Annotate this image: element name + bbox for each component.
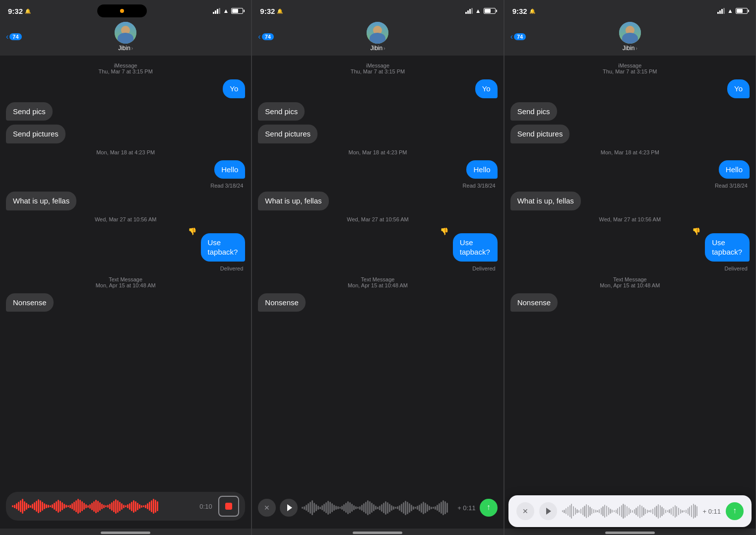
status-bar-2: 9:32 🔔 ▲: [252, 0, 503, 20]
cancel-button[interactable]: ✕: [258, 499, 276, 517]
avatar-3: [619, 22, 641, 44]
msg-sendpics-1: Send pics: [6, 102, 245, 121]
waveform-playback: [302, 499, 453, 517]
ts-mar27-1: Wed, Mar 27 at 10:56 AM: [6, 216, 245, 222]
di-dot-1: [120, 9, 124, 13]
bubble-sendpics-2: Send pics: [258, 102, 305, 121]
back-badge-1: 74: [9, 33, 21, 40]
msg-wassup-3: What is up, fellas: [510, 192, 750, 210]
play-triangle-icon: [287, 504, 292, 511]
waveform-recording: [12, 497, 195, 515]
status-icons-3: ▲: [717, 7, 748, 14]
bubble-hello-1: Hello: [214, 160, 245, 179]
bell-icon-2: 🔔: [277, 8, 283, 14]
delivered-2: Delivered: [258, 266, 495, 271]
bubble-nonsense-3: Nonsense: [510, 293, 558, 312]
bubble-sendpictures-2: Send pictures: [258, 125, 317, 143]
back-button-2[interactable]: ‹ 74: [258, 32, 274, 41]
card-send-arrow-icon: ↑: [733, 506, 737, 515]
bubble-nonsense-2: Nonsense: [258, 293, 306, 312]
panel-card: 9:32 🔔 ▲ ‹ 74: [504, 0, 756, 535]
ts-mar18-1: Mon, Mar 18 at 4:23 PM: [6, 149, 245, 155]
status-time-2: 9:32 🔔: [260, 7, 283, 15]
ts-mar27-2: Wed, Mar 27 at 10:56 AM: [258, 216, 497, 222]
bell-icon-3: 🔔: [529, 8, 535, 14]
wifi-icon-2: ▲: [475, 7, 481, 14]
back-button-3[interactable]: ‹ 74: [510, 32, 526, 41]
playback-duration: + 0:11: [457, 504, 476, 512]
bubble-tapback-1: Use tapback?: [201, 233, 246, 262]
msg-yo-3: Yo: [510, 79, 750, 98]
contact-info-3[interactable]: Jibin ›: [619, 22, 641, 52]
recording-duration: 0:10: [199, 503, 214, 510]
send-arrow-icon-2: ↑: [487, 503, 491, 512]
msg-tapback-1: 👎 Use tapback?: [6, 227, 245, 262]
msg-yo-1: Yo: [6, 79, 245, 98]
dynamic-island-1: [97, 4, 147, 17]
bubble-yo-1: Yo: [223, 79, 245, 98]
send-button-2[interactable]: ↑: [480, 499, 498, 517]
msg-hello-1: Hello: [6, 160, 245, 179]
recording-bar: 0:10: [6, 492, 245, 521]
bubble-sendpictures-1: Send pictures: [6, 125, 65, 143]
msg-wassup-2: What is up, fellas: [258, 192, 497, 210]
bubble-hello-2: Hello: [466, 160, 497, 179]
play-button[interactable]: [280, 499, 298, 517]
ts-imessage-1: iMessage Thu, Mar 7 at 3:15 PM: [6, 63, 245, 74]
card-send-button[interactable]: ↑: [726, 502, 744, 520]
msg-sendpictures-2: Send pictures: [258, 125, 497, 143]
home-indicator-3: [605, 532, 655, 534]
nav-bar-1: ‹ 74 Jibin ›: [0, 20, 251, 56]
bubble-yo-2: Yo: [475, 79, 498, 98]
contact-info-1[interactable]: Jibin ›: [115, 22, 136, 52]
bubble-sendpics-1: Send pics: [6, 102, 53, 121]
read-receipt-3: Read 3/18/24: [510, 183, 748, 189]
playback-bar: ✕ + 0:11 ↑: [258, 495, 497, 521]
chat-area-1: iMessage Thu, Mar 7 at 3:15 PM Yo Send p…: [0, 56, 251, 488]
msg-tapback-3: 👎 Use tapback?: [510, 227, 750, 262]
delivered-3: Delivered: [510, 266, 748, 271]
ts-textmsg-3: Text Message Mon, Apr 15 at 10:48 AM: [510, 276, 750, 288]
card-cancel-button[interactable]: ✕: [516, 502, 534, 520]
bell-icon-1: 🔔: [25, 8, 31, 14]
msg-wassup-1: What is up, fellas: [6, 192, 245, 210]
wifi-icon-1: ▲: [223, 7, 229, 14]
battery-3: [736, 8, 748, 14]
status-bar-3: 9:32 🔔 ▲: [504, 0, 756, 20]
ts-mar27-3: Wed, Mar 27 at 10:56 AM: [510, 216, 750, 222]
msg-sendpics-2: Send pics: [258, 102, 497, 121]
recording-area: 0:10: [0, 488, 251, 529]
bubble-sendpics-3: Send pics: [510, 102, 557, 121]
contact-name-3: Jibin: [623, 45, 635, 52]
stop-square-icon: [225, 503, 232, 510]
contact-info-2[interactable]: Jibin ›: [367, 22, 388, 52]
msg-tapback-2: 👎 Use tapback?: [258, 227, 497, 262]
status-icons-2: ▲: [465, 7, 496, 14]
playback-area: ✕ + 0:11 ↑: [252, 491, 503, 529]
bubble-tapback-2: Use tapback?: [453, 233, 498, 262]
delivered-1: Delivered: [6, 266, 243, 271]
status-time-3: 9:32 🔔: [512, 7, 535, 15]
stop-recording-button[interactable]: [218, 496, 239, 517]
msg-sendpictures-3: Send pictures: [510, 125, 750, 143]
read-receipt-1: Read 3/18/24: [6, 183, 243, 189]
bubble-sendpictures-3: Send pictures: [510, 125, 570, 143]
ts-imessage-3: iMessage Thu, Mar 7 at 3:15 PM: [510, 63, 750, 74]
panel-recording: 9:32 🔔 ▲ ‹ 74: [0, 0, 252, 535]
msg-nonsense-1: Nonsense: [6, 293, 245, 312]
msg-nonsense-3: Nonsense: [510, 293, 750, 312]
card-waveform: [562, 502, 698, 520]
ts-imessage-2: iMessage Thu, Mar 7 at 3:15 PM: [258, 63, 497, 74]
avatar-1: [115, 22, 136, 44]
avatar-2: [367, 22, 388, 44]
msg-sendpics-3: Send pics: [510, 102, 750, 121]
card-play-button[interactable]: [539, 502, 557, 520]
bubble-wassup-3: What is up, fellas: [510, 192, 581, 210]
msg-nonsense-2: Nonsense: [258, 293, 497, 312]
back-button-1[interactable]: ‹ 74: [6, 32, 22, 41]
nav-bar-2: ‹ 74 Jibin ›: [252, 20, 503, 56]
home-indicator-2: [353, 532, 402, 534]
msg-hello-2: Hello: [258, 160, 497, 179]
signal-1: [213, 8, 220, 14]
ts-mar18-3: Mon, Mar 18 at 4:23 PM: [510, 149, 750, 155]
